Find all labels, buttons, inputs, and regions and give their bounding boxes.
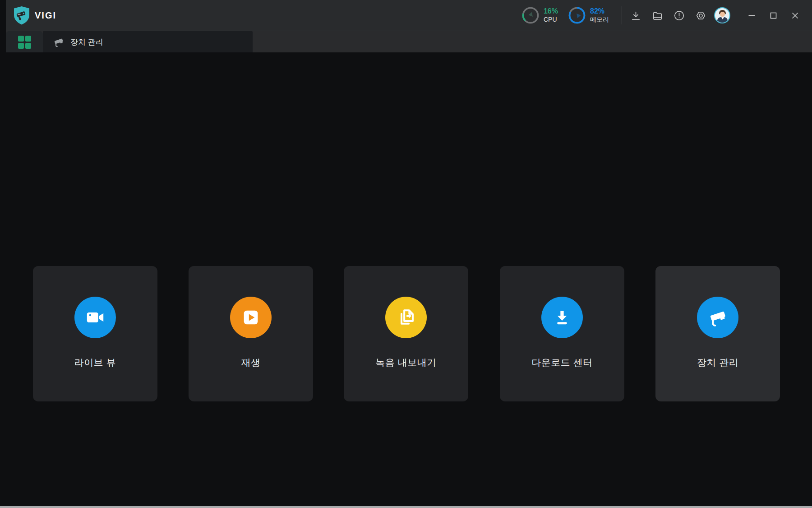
minimize-button[interactable]	[741, 5, 762, 26]
play-icon	[240, 307, 261, 328]
download-icon	[630, 10, 641, 21]
card-export-recording[interactable]: 녹음 내보내기	[344, 266, 468, 401]
maximize-icon	[770, 12, 777, 19]
card-label: 다운로드 센터	[500, 356, 624, 369]
cpu-gauge-icon	[521, 6, 540, 24]
close-button[interactable]	[784, 5, 806, 26]
settings-button[interactable]	[690, 5, 711, 26]
tab-bar: 장치 관리	[6, 31, 812, 52]
memory-percent: 82%	[590, 7, 609, 16]
title-bar: VIGI 16% CPU	[6, 0, 812, 31]
card-label: 재생	[189, 356, 313, 369]
brand-wordmark: VIGI	[35, 10, 56, 21]
card-playback[interactable]: 재생	[189, 266, 313, 401]
titlebar-divider	[622, 6, 622, 24]
card-device-management[interactable]: 장치 관리	[655, 266, 780, 401]
card-label: 장치 관리	[655, 356, 780, 369]
settings-icon	[695, 10, 706, 21]
card-download-center[interactable]: 다운로드 센터	[500, 266, 624, 401]
grid-icon	[18, 36, 31, 48]
maximize-button[interactable]	[762, 5, 784, 26]
cctv-camera-icon	[53, 36, 65, 48]
tab-label: 장치 관리	[70, 37, 103, 47]
user-account-button[interactable]	[711, 5, 733, 26]
folder-icon	[652, 10, 663, 21]
memory-label: 메모리	[590, 16, 609, 24]
cctv-camera-icon	[707, 307, 728, 328]
card-label: 녹음 내보내기	[344, 356, 468, 369]
app-logo: VIGI	[13, 6, 56, 25]
info-icon	[674, 10, 685, 21]
user-avatar	[714, 7, 730, 23]
export-recording-circle	[385, 297, 427, 338]
close-icon	[791, 12, 799, 19]
taskbar-edge	[0, 506, 812, 508]
about-button[interactable]	[668, 5, 690, 26]
tab-device-management[interactable]: 장치 관리	[43, 31, 253, 53]
memory-gauge-icon	[568, 6, 586, 24]
live-view-circle	[74, 297, 116, 338]
launcher-panel: 라이브 뷰 재생 녹음 내보내기	[0, 52, 812, 506]
vigi-client-window: VIGI 16% CPU	[0, 0, 812, 508]
download-icon	[552, 307, 572, 328]
device-management-circle	[697, 297, 738, 338]
playback-circle	[230, 297, 272, 338]
memory-usage: 82% 메모리	[568, 6, 609, 24]
cpu-percent: 16%	[544, 7, 558, 16]
minimize-icon	[748, 12, 756, 19]
titlebar-divider	[736, 6, 736, 24]
export-document-icon	[396, 307, 416, 328]
video-camera-icon	[85, 307, 106, 328]
vigi-shield-icon	[13, 6, 30, 25]
cpu-label: CPU	[544, 16, 558, 24]
home-tab[interactable]	[6, 31, 43, 53]
download-center-circle	[541, 297, 583, 338]
download-tasks-button[interactable]	[625, 5, 646, 26]
card-label: 라이브 뷰	[33, 356, 157, 369]
file-manager-button[interactable]	[646, 5, 668, 26]
cpu-usage: 16% CPU	[521, 6, 558, 24]
card-live-view[interactable]: 라이브 뷰	[33, 266, 157, 401]
